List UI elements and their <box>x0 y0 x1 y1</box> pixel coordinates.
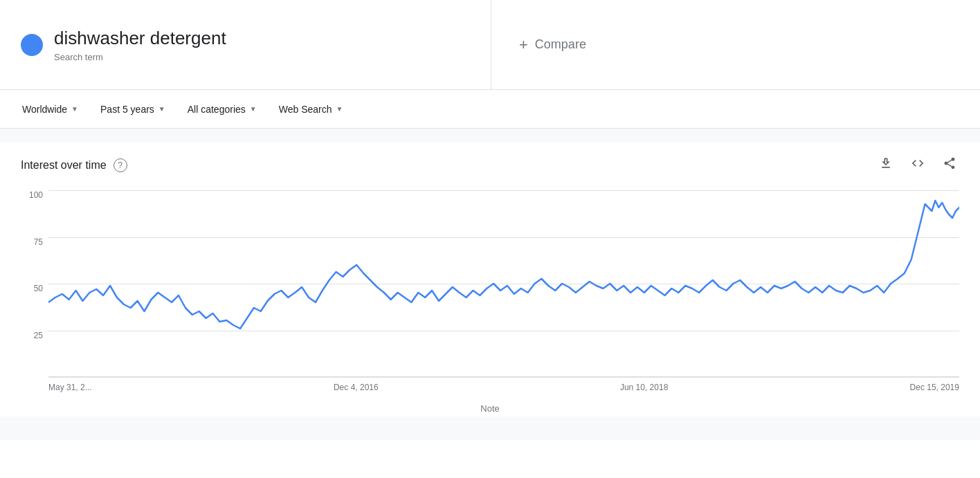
chart-line <box>48 201 959 329</box>
region-chevron-icon: ▼ <box>71 105 78 113</box>
x-axis: May 31, 2... Dec 4, 2016 Jun 10, 2018 De… <box>48 377 959 398</box>
embed-button[interactable] <box>908 154 927 176</box>
time-range-filter[interactable]: Past 5 years ▼ <box>92 100 174 119</box>
embed-icon <box>911 156 925 170</box>
search-term-dot <box>21 34 43 56</box>
download-icon <box>879 156 893 170</box>
chart-actions <box>876 154 959 176</box>
category-label: All categories <box>188 104 246 115</box>
chart-svg-wrapper <box>48 190 959 377</box>
region-label: Worldwide <box>22 104 67 115</box>
search-type-chevron-icon: ▼ <box>336 105 343 113</box>
download-button[interactable] <box>876 154 896 176</box>
compare-plus-icon: + <box>519 36 528 54</box>
category-chevron-icon: ▼ <box>250 105 257 113</box>
chart-area: 100 75 50 25 <box>21 190 959 398</box>
share-button[interactable] <box>940 154 959 176</box>
compare-section[interactable]: + Compare <box>491 36 614 54</box>
help-icon-label: ? <box>118 160 122 170</box>
search-term-title: dishwasher detergent <box>54 28 226 49</box>
share-icon <box>943 156 956 170</box>
note-area: Note <box>21 398 959 416</box>
x-label-3: Jun 10, 2018 <box>620 383 668 392</box>
x-label-4: Dec 15, 2019 <box>910 383 959 392</box>
compare-label: Compare <box>535 37 586 52</box>
y-label-100: 100 <box>29 190 43 200</box>
time-range-label: Past 5 years <box>100 104 154 115</box>
chart-svg <box>48 190 959 377</box>
chart-container: 100 75 50 25 <box>0 183 980 416</box>
help-icon[interactable]: ? <box>114 158 127 172</box>
search-term-info: dishwasher detergent Search term <box>54 28 226 62</box>
x-label-1: May 31, 2... <box>48 383 92 392</box>
x-label-2: Dec 4, 2016 <box>334 383 379 392</box>
time-range-chevron-icon: ▼ <box>158 105 165 113</box>
y-label-75: 75 <box>34 237 43 247</box>
y-axis: 100 75 50 25 <box>21 190 48 377</box>
note-text: Note <box>480 403 499 414</box>
chart-title-area: Interest over time ? <box>21 158 127 172</box>
y-label-25: 25 <box>34 331 43 340</box>
chart-header: Interest over time ? <box>0 143 980 183</box>
chart-card: Interest over time ? <box>0 143 980 416</box>
search-type-filter[interactable]: Web Search ▼ <box>271 100 352 119</box>
search-term-label: Search term <box>54 52 226 62</box>
region-filter[interactable]: Worldwide ▼ <box>14 100 87 119</box>
search-type-label: Web Search <box>279 104 332 115</box>
header: dishwasher detergent Search term + Compa… <box>0 0 980 90</box>
search-term-section: dishwasher detergent Search term <box>0 0 491 89</box>
chart-title: Interest over time <box>21 159 107 172</box>
main-content: Interest over time ? <box>0 129 980 440</box>
category-filter[interactable]: All categories ▼ <box>179 100 265 119</box>
filters-bar: Worldwide ▼ Past 5 years ▼ All categorie… <box>0 90 980 129</box>
y-label-50: 50 <box>34 284 43 293</box>
